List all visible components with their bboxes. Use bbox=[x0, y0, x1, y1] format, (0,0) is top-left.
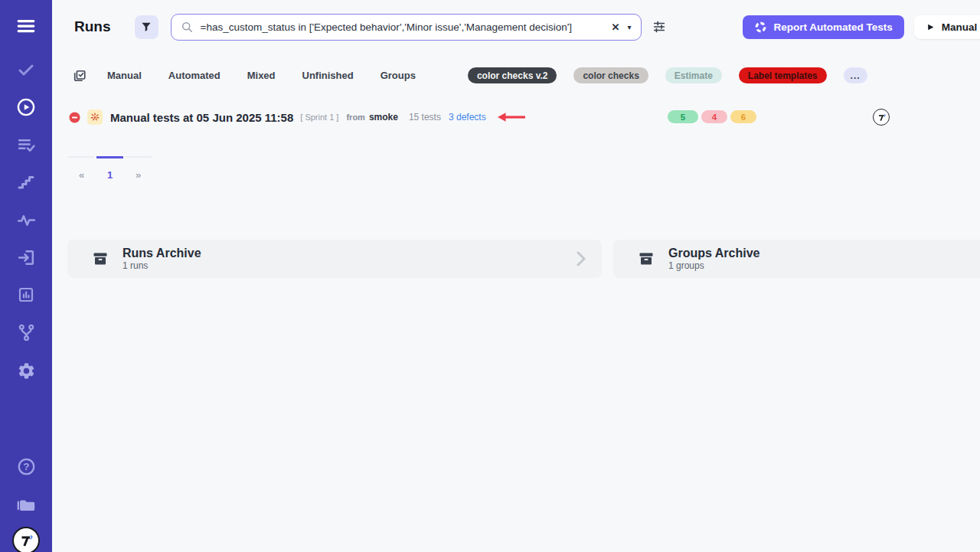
select-all-button[interactable] bbox=[73, 69, 87, 83]
steps-icon[interactable] bbox=[15, 171, 37, 193]
checklist-icon[interactable] bbox=[15, 134, 37, 155]
page-title: Runs bbox=[74, 18, 111, 35]
run-title[interactable]: Manual tests at 05 Jun 2025 11:58 bbox=[110, 111, 293, 124]
tab-automated[interactable]: Automated bbox=[168, 70, 220, 81]
run-sprint-tag: [ Sprint 1 ] bbox=[300, 113, 338, 122]
pagination-next[interactable]: » bbox=[125, 156, 152, 181]
archive-card-text: Groups Archive 1 groups bbox=[668, 247, 760, 271]
chip-more[interactable]: ... bbox=[844, 67, 867, 83]
groups-archive-card[interactable]: Groups Archive 1 groups bbox=[613, 240, 980, 278]
archive-title: Groups Archive bbox=[668, 247, 760, 260]
play-circle-icon[interactable] bbox=[15, 96, 37, 118]
archive-title: Runs Archive bbox=[122, 247, 201, 260]
header: Runs =has_custom_status in ['Expected be… bbox=[74, 14, 980, 40]
import-icon[interactable] bbox=[15, 247, 37, 268]
run-status-badges: 5 4 6 bbox=[668, 110, 756, 123]
tab-mixed[interactable]: Mixed bbox=[247, 70, 276, 81]
funnel-icon bbox=[140, 21, 152, 33]
avatar[interactable] bbox=[873, 109, 890, 126]
chip-estimate[interactable]: Estimate bbox=[665, 67, 722, 83]
chip-color-checks[interactable]: color checks bbox=[573, 67, 648, 83]
search-icon bbox=[181, 21, 194, 34]
search-input[interactable]: =has_custom_status in ['Expected behavio… bbox=[171, 14, 642, 41]
search-query: =has_custom_status in ['Expected behavio… bbox=[201, 21, 606, 33]
pagination-prev[interactable]: « bbox=[68, 156, 95, 181]
menu-icon[interactable] bbox=[15, 15, 37, 37]
select-all-icon bbox=[73, 69, 87, 83]
annotation-arrow-icon bbox=[495, 112, 526, 122]
archive-card-text: Runs Archive 1 runs bbox=[122, 247, 201, 271]
gear-icon[interactable] bbox=[15, 360, 37, 381]
run-from-label: from bbox=[346, 113, 364, 122]
tab-manual[interactable]: Manual bbox=[107, 70, 142, 81]
manual-button-label: Manual R bbox=[942, 21, 980, 33]
archive-subtitle: 1 groups bbox=[668, 260, 760, 271]
tab-unfinished[interactable]: Unfinished bbox=[302, 70, 354, 81]
report-automated-tests-button[interactable]: Report Automated Tests bbox=[743, 15, 904, 39]
collision-emoji-icon bbox=[87, 109, 103, 125]
svg-text:?: ? bbox=[23, 461, 29, 472]
run-row-main[interactable]: Manual tests at 05 Jun 2025 11:58 [ Spri… bbox=[69, 108, 526, 126]
pulse-icon[interactable] bbox=[15, 209, 37, 230]
automation-icon bbox=[754, 21, 767, 34]
sliders-icon bbox=[652, 20, 666, 34]
tab-groups[interactable]: Groups bbox=[381, 70, 416, 81]
logo[interactable] bbox=[12, 527, 40, 552]
archives-row: Runs Archive 1 runs Groups Archive 1 gro… bbox=[67, 240, 980, 278]
run-tests-count: 15 tests bbox=[409, 112, 441, 122]
runs-archive-card[interactable]: Runs Archive 1 runs bbox=[67, 240, 602, 278]
help-icon[interactable]: ? bbox=[15, 456, 37, 477]
main-content: Runs =has_custom_status in ['Expected be… bbox=[52, 0, 980, 552]
report-button-label: Report Automated Tests bbox=[774, 21, 893, 33]
run-defects-link[interactable]: 3 defects bbox=[449, 112, 486, 122]
archive-box-icon bbox=[637, 250, 655, 268]
filter-button[interactable] bbox=[135, 15, 158, 39]
play-icon bbox=[926, 23, 935, 31]
archive-subtitle: 1 runs bbox=[122, 260, 201, 271]
chip-color-checks-v2[interactable]: color checks v.2 bbox=[468, 67, 557, 83]
chip-label-templates[interactable]: Label templates bbox=[739, 67, 827, 83]
blocked-status-icon bbox=[69, 112, 80, 123]
badge-failed[interactable]: 4 bbox=[701, 110, 727, 123]
search-settings-button[interactable] bbox=[652, 20, 666, 34]
sidebar: ? bbox=[0, 0, 52, 552]
archive-box-icon bbox=[91, 250, 109, 268]
run-row: Manual tests at 05 Jun 2025 11:58 [ Spri… bbox=[52, 108, 980, 126]
projects-folder-icon[interactable] bbox=[15, 493, 37, 514]
clear-search-icon[interactable]: ✕ bbox=[612, 21, 620, 33]
badge-other[interactable]: 6 bbox=[730, 110, 756, 123]
chevron-right-icon bbox=[576, 250, 586, 267]
search-dropdown-caret-icon[interactable]: ▾ bbox=[627, 23, 631, 31]
filter-bar: Manual Automated Mixed Unfinished Groups… bbox=[73, 67, 976, 83]
check-icon[interactable] bbox=[15, 59, 37, 80]
run-source: smoke bbox=[369, 112, 398, 122]
pagination: « 1 » bbox=[68, 156, 152, 181]
manual-run-button[interactable]: Manual R bbox=[914, 15, 980, 39]
badge-passed[interactable]: 5 bbox=[668, 110, 698, 123]
analytics-icon[interactable] bbox=[15, 284, 37, 305]
branch-icon[interactable] bbox=[15, 322, 37, 343]
pagination-page-1[interactable]: 1 bbox=[96, 156, 123, 181]
misspelled-word: behavior bbox=[360, 21, 400, 33]
